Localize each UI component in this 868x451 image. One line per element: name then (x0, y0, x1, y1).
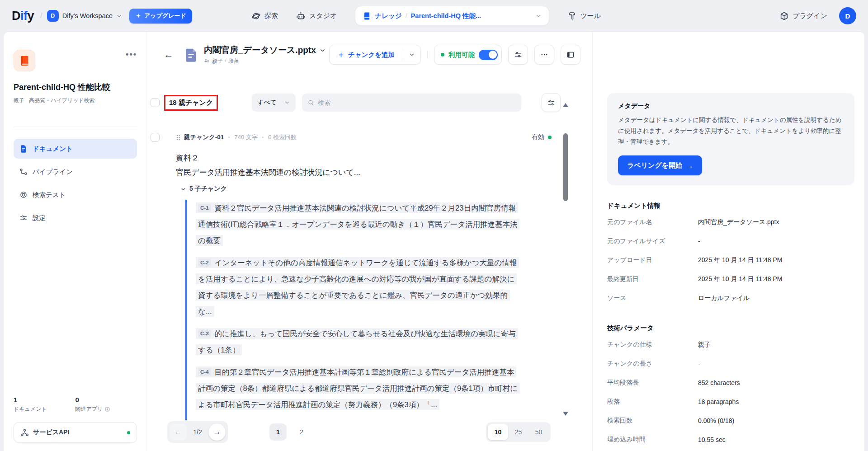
child-chunk[interactable]: C-2インターネットその他の高度情報通信ネットワークを通じて流通する多様かつ大量… (196, 254, 521, 319)
upgrade-button[interactable]: アップグレード (129, 9, 192, 23)
back-button[interactable]: ← (163, 49, 175, 61)
availability-status: 利用可能 (434, 45, 502, 65)
sidebar-item-settings[interactable]: 設定 (14, 208, 137, 228)
back-arrow: ← (164, 49, 174, 60)
metadata-title: メタデータ (618, 102, 844, 110)
sidebar-item-retrieval-test[interactable]: 検索テスト (14, 185, 137, 205)
chevron-down-icon (180, 186, 186, 192)
chunk-search-box[interactable] (302, 94, 521, 112)
scroll-up-arrow[interactable] (563, 103, 568, 107)
child-chunk[interactable]: C-5電子的方式、磁気的方式その他人の知覚によっては認識することができない方式で… (196, 418, 521, 420)
page-size-25[interactable]: 25 (508, 424, 528, 440)
dify-logo[interactable]: Dify (12, 9, 34, 23)
panel-left-icon (566, 51, 575, 59)
child-chunk[interactable]: C-1資料２官民データ活用推進基本法関連の検討状況について平成29年２月23日内… (196, 200, 521, 249)
info-label: 最終更新日 (607, 275, 698, 283)
child-chunk-text: インターネットその他の高度情報通信ネットワークを通じて流通する多様かつ大量の情報… (198, 258, 517, 315)
document-title-row[interactable]: 内閣官房_データソース.pptx (204, 44, 326, 56)
chevron-down-icon[interactable] (319, 47, 326, 54)
start-labeling-button[interactable]: ラベリングを開始 → (618, 155, 702, 175)
chunk-list-scrollbar[interactable] (563, 103, 568, 416)
workspace-name: Dify's Workspace (62, 12, 113, 19)
info-value: 2025 年 10 月 14 日 11:48 PM (698, 275, 783, 283)
info-label: 埋め込み時間 (607, 436, 698, 444)
page-number-2[interactable]: 2 (293, 423, 310, 441)
logo-part: D (12, 9, 20, 23)
availability-toggle[interactable] (479, 50, 498, 60)
chunk-count-annotation-box: 18 親チャンク (164, 95, 218, 111)
chunk-checkbox[interactable] (151, 133, 160, 142)
page-size-10[interactable]: 10 (488, 424, 508, 440)
api-nodes-icon (20, 428, 29, 437)
drag-handle-icon[interactable] (176, 134, 181, 141)
chunk-toolbar: 18 親チャンク すべて (151, 93, 561, 112)
user-avatar[interactable]: D (839, 7, 856, 24)
info-label: チャンクの仕様 (607, 341, 698, 349)
child-chunk[interactable]: C-4目的第２章官民データ活用推進基本計画等第１章総則政府による官民データ活用推… (196, 364, 521, 413)
scroll-down-arrow[interactable] (563, 412, 568, 416)
nav-tools[interactable]: ツール (567, 11, 601, 20)
child-chunk[interactable]: C-3的に推進し、もって国民が安全で安心して暮らせる社会及び快適な生活環境の実現… (196, 325, 521, 358)
sidebar-divider (14, 127, 137, 127)
info-label: アップロード日 (607, 256, 698, 264)
arrow-left-icon: ← (175, 428, 182, 437)
service-api-button[interactable]: サービスAPI (14, 422, 137, 443)
meta-separator: · (262, 133, 264, 141)
hammer-icon (567, 11, 576, 20)
scrollbar-thumb[interactable] (563, 133, 568, 201)
add-chunk-button[interactable]: チャンクを追加 (329, 45, 421, 65)
nav-knowledge-label[interactable]: ナレッジ (375, 12, 401, 20)
info-value: ローカルファイル (698, 294, 750, 302)
info-row: ソースローカルファイル (607, 289, 854, 308)
cube-icon (779, 11, 789, 21)
search-input[interactable] (318, 99, 516, 106)
knowledge-more-button[interactable]: ••• (126, 50, 137, 59)
page-size-selector: 10 25 50 (486, 422, 551, 442)
info-row: 埋め込み時間10.55 sec (607, 430, 854, 449)
nav-plugins[interactable]: プラグイン (779, 11, 827, 21)
filter-value: すべて (257, 99, 277, 107)
page-number-1[interactable]: 1 (269, 423, 287, 441)
info-value: 親子 (698, 341, 711, 349)
sidebar-item-pipeline[interactable]: パイプライン (14, 162, 137, 182)
knowledge-breadcrumb-pill[interactable]: ナレッジ / Parent-child-HQ 性能... (355, 6, 549, 26)
chevron-down-icon (284, 99, 290, 106)
knowledge-doc-name[interactable]: Parent-child-HQ 性能... (411, 12, 481, 20)
document-settings-button[interactable] (508, 45, 528, 65)
toggle-side-panel-button[interactable] (561, 45, 580, 65)
display-settings-button[interactable] (542, 93, 561, 112)
child-chunks-toggle[interactable]: 5 子チャンク (180, 184, 556, 193)
logo-part: if (20, 9, 28, 23)
chunk-mode-tag: 親子 (14, 97, 24, 104)
add-chunk-dropdown[interactable] (403, 45, 420, 64)
meta-separator: · (228, 133, 230, 141)
status-filter-select[interactable]: すべて (252, 94, 296, 112)
pagination-bar: ← 1/2 → 1 2 10 25 50 (146, 421, 592, 443)
child-chunk-text: 目的第２章官民データ活用推進基本計画等第１章総則政府による官民データ活用推進基本… (198, 368, 518, 409)
info-label: 検索回数 (607, 417, 698, 425)
child-chunk-tag: C-4 (198, 368, 211, 376)
next-page-button[interactable]: → (208, 423, 226, 441)
add-chunk-label: チャンクを追加 (348, 51, 395, 59)
chunk-chars: 740 文字 (235, 133, 258, 141)
chevron-down-icon[interactable] (535, 13, 542, 19)
child-chunk-text: 的に推進し、もって国民が安全で安心して暮らせる社会及び快適な生活環境の実現に寄与… (198, 329, 516, 354)
info-row: チャンクの仕様親子 (607, 335, 854, 354)
sidebar-item-label: ドキュメント (33, 145, 73, 153)
arrow-right-icon: → (213, 428, 221, 437)
nav-explore[interactable]: 探索 (251, 11, 278, 21)
service-api-label: サービスAPI (33, 428, 69, 437)
breadcrumb-slash: / (40, 11, 42, 20)
document-detail-main: ← 内閣官房_データソース.pptx 親子・段落 (146, 32, 592, 451)
previous-page-button[interactable]: ← (170, 423, 187, 441)
sidebar-item-documents[interactable]: ドキュメント (14, 139, 137, 159)
nav-tools-label: ツール (580, 12, 601, 20)
sidebar-item-label: 設定 (33, 214, 46, 222)
document-more-button[interactable] (534, 45, 554, 65)
select-all-checkbox[interactable] (151, 98, 160, 107)
start-labeling-label: ラベリングを開始 (627, 161, 682, 170)
nav-studio[interactable]: スタジオ (296, 11, 337, 21)
workspace-selector[interactable]: D Dify's Workspace (47, 10, 122, 22)
sliders-icon (514, 51, 522, 59)
page-size-50[interactable]: 50 (528, 424, 549, 440)
